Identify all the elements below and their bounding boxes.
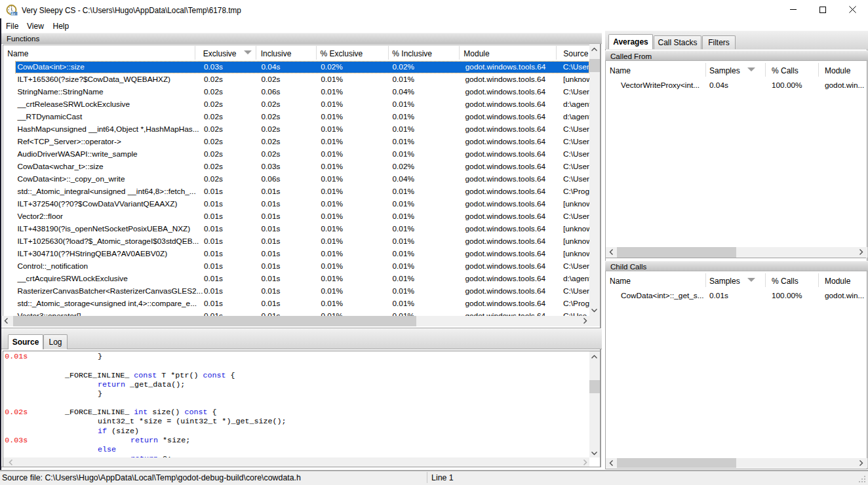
- svg-text:zz: zz: [11, 11, 16, 16]
